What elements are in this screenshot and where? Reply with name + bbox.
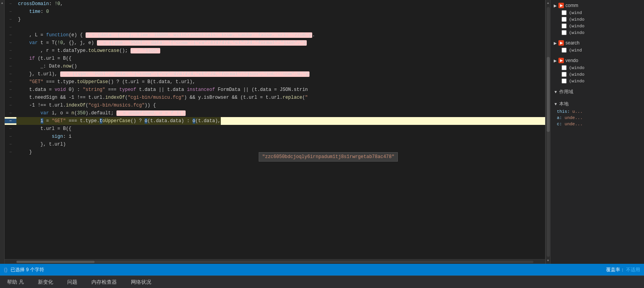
code-line[interactable]: − time: 0: [5, 8, 545, 16]
scope-item[interactable]: (wind: [551, 9, 644, 16]
toolbar-item-help[interactable]: 帮助 凡: [4, 277, 27, 287]
line-gutter[interactable]: −: [5, 56, 16, 61]
scope-header-scope-section[interactable]: ▼作用域: [551, 87, 644, 96]
code-line[interactable]: − sign: i: [5, 133, 545, 140]
bottom-toolbar: 帮助 凡新变化问题内存检查器网络状况: [0, 276, 644, 288]
line-gutter[interactable]: −: [5, 80, 16, 84]
code-line[interactable]: − t.data = void 0) : "string" === typeof…: [5, 86, 545, 94]
line-gutter[interactable]: −: [5, 103, 16, 108]
code-line[interactable]: − , r = t.dataType.toLowercase(); r = "j…: [5, 47, 545, 55]
right-scroll-area[interactable]: ▶▶comm(wind(windo(windo(windo▶▶search(wi…: [551, 0, 644, 264]
toolbar-item-network[interactable]: 网络状况: [128, 277, 154, 287]
code-line[interactable]: − t.needSign && -1 !== t.url.indexOf("cg…: [5, 94, 545, 101]
scrollbar-v-track[interactable]: [547, 7, 550, 257]
scope-item-checkbox[interactable]: [562, 23, 567, 28]
line-gutter[interactable]: −: [5, 126, 16, 131]
code-line[interactable]: − t.url = B({: [5, 125, 545, 133]
line-gutter[interactable]: −: [5, 72, 16, 76]
right-panel: ▶▶comm(wind(windo(windo(windo▶▶search(wi…: [550, 0, 644, 264]
scope-item[interactable]: (windo: [551, 64, 644, 71]
scope-type-icon: ▶: [558, 40, 564, 46]
horizontal-scrollbar[interactable]: [5, 259, 545, 264]
scope-header-search[interactable]: ▶▶search: [551, 39, 644, 47]
var-value: unde...: [565, 122, 583, 126]
scope-item-checkbox[interactable]: [562, 30, 567, 35]
scope-item-checkbox[interactable]: [562, 10, 567, 15]
scope-item[interactable]: (windo: [551, 29, 644, 36]
scrollbar-h-thumb[interactable]: [16, 261, 95, 263]
scope-item-checkbox[interactable]: [562, 78, 567, 84]
code-line[interactable]: −}: [5, 16, 545, 23]
line-gutter[interactable]: −: [5, 64, 16, 69]
scope-item-checkbox[interactable]: [562, 48, 567, 53]
line-gutter[interactable]: −: [5, 17, 16, 22]
code-line[interactable]: − if (t.url = B({: [5, 55, 545, 62]
line-text: }, t.url), t = {type: 'POST', data: '{"c…: [16, 70, 309, 78]
line-gutter[interactable]: −: [5, 48, 16, 53]
code-panel: −crossDomain: !0,− time: 0−}−− , L = fun…: [5, 0, 546, 264]
line-text: }: [16, 148, 32, 156]
scope-item[interactable]: (wind: [551, 47, 644, 53]
code-line[interactable]: − }: [5, 148, 545, 156]
line-gutter[interactable]: −: [5, 134, 16, 139]
scope-header-local-section[interactable]: ▼本地: [551, 100, 644, 108]
line-gutter[interactable]: −: [5, 25, 16, 30]
line-text: t.needSign && -1 !== t.url.indexOf("cgi-…: [16, 94, 308, 101]
code-line[interactable]: − var i, o = n(350).default; i = undefin…: [5, 109, 545, 117]
scope-item-checkbox[interactable]: [562, 72, 567, 77]
scope-item[interactable]: (windo: [551, 78, 644, 84]
scroll-up-btn[interactable]: ▲: [0, 0, 5, 6]
line-text: -1 !== t.url.indexOf("cgi-bin/musics.fcg…: [16, 101, 156, 109]
code-line[interactable]: − , L = function(e) { e = {data: {···}, …: [5, 31, 545, 39]
code-line[interactable]: −: [5, 23, 545, 31]
toolbar-item-memory[interactable]: 内存检查器: [88, 277, 120, 287]
line-gutter[interactable]: −: [5, 33, 16, 37]
scroll-down-btn-v[interactable]: ▼: [546, 258, 551, 264]
line-gutter[interactable]: −: [5, 95, 16, 100]
scope-item-checkbox[interactable]: [562, 17, 567, 22]
code-line[interactable]: − -1 !== t.url.indexOf("cgi-bin/musics.f…: [5, 101, 545, 109]
toolbar-item-new-changes[interactable]: 新变化: [35, 277, 56, 287]
code-scroll-area[interactable]: −crossDomain: !0,− time: 0−}−− , L = fun…: [5, 0, 545, 259]
scrollbar-v-thumb[interactable]: [547, 57, 550, 132]
code-line[interactable]: − }, t.url), t = {type: 'POST', data: '{…: [5, 70, 545, 78]
selected-text-label: 已选择 9 个字符: [11, 267, 44, 273]
scope-item[interactable]: (windo: [551, 16, 644, 23]
arrow-icon: ▶: [554, 4, 557, 8]
line-text: var i, o = n(350).default; i = undefined…: [16, 109, 186, 117]
line-gutter[interactable]: −: [5, 119, 16, 123]
scope-item-text: (windo: [569, 24, 585, 28]
scope-label: 作用域: [559, 89, 573, 95]
code-line[interactable]: − "GET" === t.type.toUpperCase() ? (t.ur…: [5, 78, 545, 86]
line-gutter[interactable]: −: [5, 87, 16, 92]
vertical-scrollbar-panel[interactable]: ▲ ▼: [546, 0, 550, 264]
code-line[interactable]: − i = "GET" === t.type.toUpperCase() ? o…: [5, 117, 545, 125]
line-gutter[interactable]: −: [5, 41, 16, 45]
arrow-icon: ▼: [554, 90, 558, 94]
scroll-up-btn-v[interactable]: ▲: [546, 0, 551, 6]
code-line[interactable]: − }, t.url): [5, 140, 545, 148]
scope-header-vendo[interactable]: ▶▶vendo: [551, 57, 644, 64]
code-line[interactable]: − var t = T(!0, {}, j, e) t = {type: 'PO…: [5, 39, 545, 47]
scope-variable: a: unde...: [551, 115, 644, 121]
line-gutter[interactable]: −: [5, 111, 16, 116]
toolbar-item-issues[interactable]: 问题: [64, 277, 80, 287]
code-line[interactable]: −crossDomain: !0,: [5, 0, 545, 8]
left-scrollbar-panel[interactable]: ▲: [0, 0, 5, 264]
scrollbar-h-track[interactable]: [16, 261, 533, 263]
scope-item[interactable]: (windo: [551, 23, 644, 29]
line-gutter[interactable]: −: [5, 2, 16, 6]
scope-type-icon: ▶: [558, 3, 564, 8]
scope-item-text: (windo: [569, 72, 585, 77]
scope-item-text: (wind: [569, 48, 582, 53]
code-line[interactable]: − _: Date.now(): [5, 62, 545, 70]
scope-item-checkbox[interactable]: [562, 65, 567, 70]
line-gutter[interactable]: −: [5, 142, 16, 147]
scope-item[interactable]: (windo: [551, 71, 644, 78]
line-gutter[interactable]: −: [5, 150, 16, 155]
line-gutter[interactable]: −: [5, 9, 16, 14]
scope-section-search: ▶▶search(wind: [551, 37, 644, 55]
coverage-label: 覆盖率：: [606, 267, 625, 272]
scope-header-comm[interactable]: ▶▶comm: [551, 2, 644, 9]
scope-section-local-section: ▼本地this: u...a: unde...c: unde...: [551, 98, 644, 129]
